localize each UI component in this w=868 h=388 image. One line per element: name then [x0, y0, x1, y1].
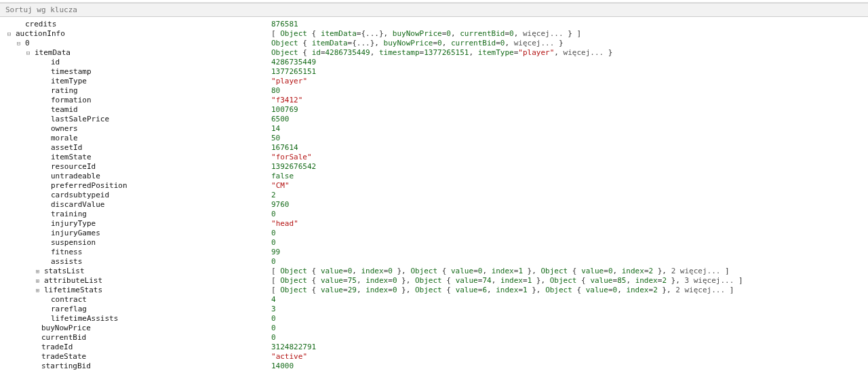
tree-value: "player" — [271, 77, 868, 86]
tree-key: currentBid — [41, 333, 86, 343]
tree-value: "forSale" — [271, 153, 868, 162]
tree-row[interactable]: formation"f3412" — [0, 96, 868, 105]
tree-key: formation — [51, 96, 92, 105]
tree-key: auctionInfo — [16, 29, 65, 39]
tree-value: 876581 — [271, 20, 868, 29]
tree-row[interactable]: contract4 — [0, 295, 868, 305]
tree-value: 99 — [271, 248, 868, 257]
tree-row[interactable]: itemState"forSale" — [0, 153, 868, 162]
tree-row[interactable]: preferredPosition"CM" — [0, 181, 868, 191]
tree-row[interactable]: ⊞lifetimeStats[ Object { value=29, index… — [0, 286, 868, 295]
tree-value: 80 — [271, 86, 868, 96]
tree-value: 1392676542 — [271, 162, 868, 172]
tree-value: 0 — [271, 229, 868, 238]
tree-key: preferredPosition — [51, 181, 127, 191]
tree-value: 0 — [271, 257, 868, 267]
tree-value: 3 — [271, 305, 868, 314]
tree-key: itemData — [35, 48, 71, 58]
tree-row[interactable]: ⊞statsList[ Object { value=0, index=0 },… — [0, 267, 868, 276]
tree-key: lifetimeStats — [44, 286, 102, 295]
tree-value: 6500 — [271, 115, 868, 124]
tree-row[interactable]: buyNowPrice0 — [0, 324, 868, 333]
tree-key: injuryType — [51, 219, 96, 229]
tree-row[interactable]: tradeState"active" — [0, 352, 868, 362]
tree-row[interactable]: untradeablefalse — [0, 172, 868, 181]
tree-value: 100769 — [271, 105, 868, 115]
tree-value: 0 — [271, 314, 868, 324]
filter-input[interactable] — [4, 5, 210, 15]
tree-key: fitness — [51, 248, 82, 257]
tree-row[interactable]: owners14 — [0, 124, 868, 134]
tree-row[interactable]: teamid100769 — [0, 105, 868, 115]
tree-key: suspension — [51, 238, 96, 248]
filter-bar — [0, 3, 868, 17]
tree-row[interactable]: cardsubtypeid2 — [0, 191, 868, 200]
tree-key: discardValue — [51, 200, 104, 210]
expand-icon[interactable]: ⊞ — [34, 268, 41, 275]
tree-value: 3124822791 — [271, 343, 868, 352]
tree-row[interactable]: id4286735449 — [0, 58, 868, 67]
tree-value: 0 — [271, 324, 868, 333]
object-tree: credits 876581 ⊟ auctionInfo [ Object { … — [0, 17, 868, 374]
tree-row[interactable]: rareflag3 — [0, 305, 868, 314]
tree-key: tradeState — [41, 352, 86, 362]
tree-value: Object { itemData={...}, buyNowPrice=0, … — [271, 39, 868, 48]
tree-row[interactable]: currentBid0 — [0, 333, 868, 343]
tree-row[interactable]: resourceId1392676542 — [0, 162, 868, 172]
tree-row[interactable]: ⊟ 0 Object { itemData={...}, buyNowPrice… — [0, 39, 868, 48]
tree-row[interactable]: morale50 — [0, 134, 868, 143]
tree-row[interactable]: rating80 — [0, 86, 868, 96]
tree-row[interactable]: ⊟ itemData Object { id=4286735449, times… — [0, 48, 868, 58]
tree-key: itemState — [51, 153, 92, 162]
tree-key: contract — [51, 295, 87, 305]
collapse-icon[interactable]: ⊟ — [24, 50, 32, 57]
tree-key: timestamp — [51, 67, 92, 77]
collapse-icon[interactable]: ⊟ — [15, 40, 22, 47]
tree-row[interactable]: discardValue9760 — [0, 200, 868, 210]
expand-icon[interactable]: ⊞ — [34, 277, 41, 285]
tree-row[interactable]: ⊞attributeList[ Object { value=75, index… — [0, 276, 868, 286]
tree-row[interactable]: tradeId3124822791 — [0, 343, 868, 352]
tree-row[interactable]: training0 — [0, 210, 868, 219]
tree-row[interactable]: startingBid14000 — [0, 362, 868, 371]
tree-key: untradeable — [51, 172, 100, 181]
tree-row[interactable]: lastSalePrice6500 — [0, 115, 868, 124]
tree-row[interactable]: suspension0 — [0, 238, 868, 248]
tree-row[interactable]: injuryGames0 — [0, 229, 868, 238]
tree-key: assists — [51, 257, 82, 267]
tree-row[interactable]: fitness99 — [0, 248, 868, 257]
tree-value: "active" — [271, 352, 868, 362]
tree-row[interactable]: injuryType"head" — [0, 219, 868, 229]
tree-key: 0 — [25, 39, 30, 48]
tree-value: "f3412" — [271, 96, 868, 105]
tree-value: "CM" — [271, 181, 868, 191]
tree-value: false — [271, 172, 868, 181]
tree-value: [ Object { itemData={...}, buyNowPrice=0… — [271, 29, 868, 39]
tree-key: statsList — [44, 267, 85, 276]
tree-row[interactable]: timestamp1377265151 — [0, 67, 868, 77]
tree-value: [ Object { value=0, index=0 }, Object { … — [271, 267, 868, 276]
expand-icon[interactable]: ⊞ — [34, 287, 41, 294]
tree-key: rareflag — [51, 305, 87, 314]
tree-value: 50 — [271, 134, 868, 143]
tree-value: "head" — [271, 219, 868, 229]
tree-row[interactable]: assetId167614 — [0, 143, 868, 153]
tree-value: 14 — [271, 124, 868, 134]
tree-key: lifetimeAssists — [51, 314, 118, 324]
tree-value: 2 — [271, 191, 868, 200]
tree-row[interactable]: itemType"player" — [0, 77, 868, 86]
tree-key: credits — [25, 20, 56, 29]
tree-key: attributeList — [44, 276, 102, 286]
tree-key: rating — [51, 86, 78, 96]
tree-row[interactable]: credits 876581 — [0, 20, 868, 29]
tree-row[interactable]: ⊟ auctionInfo [ Object { itemData={...},… — [0, 29, 868, 39]
tree-key: morale — [51, 134, 78, 143]
tree-key: id — [51, 58, 60, 67]
collapse-icon[interactable]: ⊟ — [5, 31, 13, 38]
tree-key: buyNowPrice — [41, 324, 91, 333]
tree-key: startingBid — [41, 362, 91, 371]
tree-row[interactable]: lifetimeAssists0 — [0, 314, 868, 324]
tree-value: 9760 — [271, 200, 868, 210]
tree-key: assetId — [51, 143, 82, 153]
tree-row[interactable]: assists0 — [0, 257, 868, 267]
